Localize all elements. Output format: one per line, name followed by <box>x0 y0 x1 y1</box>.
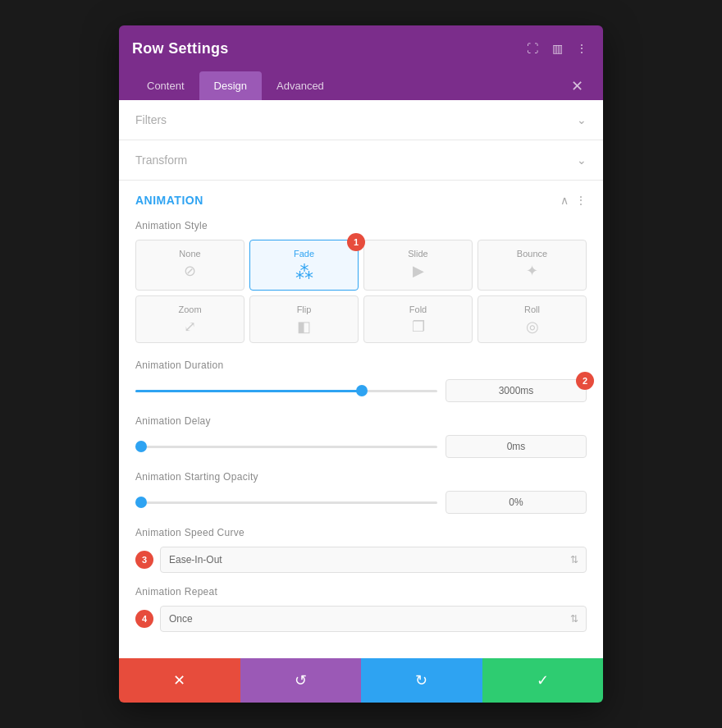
animation-header: Animation ∧ ⋮ <box>135 194 587 207</box>
more-icon[interactable]: ⋮ <box>573 40 590 57</box>
style-bounce-label: Bounce <box>517 249 547 259</box>
header-icons: ⛶ ▥ ⋮ <box>524 40 590 57</box>
animation-collapse-icon[interactable]: ∧ <box>560 194 569 207</box>
style-none[interactable]: None ⊘ <box>135 240 244 291</box>
repeat-label: Animation Repeat <box>135 586 587 598</box>
opacity-field: Animation Starting Opacity <box>135 471 587 514</box>
style-none-label: None <box>179 249 200 259</box>
maximize-icon[interactable]: ⛶ <box>524 40 541 57</box>
delay-value-box <box>446 435 587 458</box>
repeat-field: Animation Repeat 4 Once Loop Loop Back-a… <box>135 586 587 632</box>
opacity-label: Animation Starting Opacity <box>135 471 587 483</box>
tab-content[interactable]: Content <box>132 71 199 100</box>
reset-button[interactable]: ↺ <box>240 658 362 703</box>
style-slide-label: Slide <box>408 249 427 259</box>
animation-title: Animation <box>135 194 203 207</box>
tab-advanced[interactable]: Advanced <box>262 71 339 100</box>
transform-chevron-icon: ⌄ <box>577 153 587 167</box>
tabs-bar: Content Design Advanced ✕ <box>119 71 603 100</box>
delay-slider[interactable] <box>135 438 437 455</box>
filters-section[interactable]: Filters ⌄ <box>119 100 603 140</box>
style-zoom-icon: ⤢ <box>184 318 196 336</box>
close-panel-icon[interactable]: ✕ <box>564 74 590 98</box>
style-roll-label: Roll <box>524 304 540 314</box>
columns-icon[interactable]: ▥ <box>549 40 565 57</box>
duration-label: Animation Duration <box>135 359 587 371</box>
duration-field: Animation Duration 2 <box>135 359 587 402</box>
repeat-select[interactable]: Once Loop Loop Back-and-Forth <box>160 606 587 632</box>
repeat-badge: 4 <box>135 610 153 628</box>
filters-chevron-icon: ⌄ <box>577 113 587 126</box>
action-bar: ✕ ↺ ↻ ✓ <box>119 658 603 703</box>
style-bounce[interactable]: Bounce ✦ <box>478 240 587 291</box>
style-roll-icon: ◎ <box>526 318 539 336</box>
speed-curve-select[interactable]: Ease-In-Out Linear Ease-In Ease-Out Boun… <box>160 547 587 573</box>
delay-slider-row <box>135 435 587 458</box>
opacity-slider-row <box>135 491 587 514</box>
duration-slider[interactable] <box>135 382 437 399</box>
style-slide-icon: ▶ <box>413 262 424 280</box>
style-fade-label: Fade <box>294 249 314 259</box>
style-fade[interactable]: 1 Fade ⁂ <box>249 240 359 291</box>
transform-label: Transform <box>135 153 187 167</box>
panel-title: Row Settings <box>132 40 229 57</box>
delay-field: Animation Delay <box>135 415 587 458</box>
animation-style-grid: None ⊘ 1 Fade ⁂ Slide ▶ Bounce ✦ <box>135 240 587 343</box>
opacity-value-box <box>446 491 587 514</box>
duration-input[interactable] <box>446 379 587 402</box>
style-slide[interactable]: Slide ▶ <box>363 240 473 291</box>
delay-input[interactable] <box>446 435 587 458</box>
animation-section: Animation ∧ ⋮ Animation Style None ⊘ 1 <box>119 181 603 658</box>
animation-header-icons: ∧ ⋮ <box>560 194 587 207</box>
style-zoom-label: Zoom <box>178 304 201 314</box>
opacity-input[interactable] <box>446 491 587 514</box>
style-zoom[interactable]: Zoom ⤢ <box>135 295 244 343</box>
style-none-icon: ⊘ <box>184 262 196 280</box>
style-badge: 1 <box>347 233 365 251</box>
speed-curve-label: Animation Speed Curve <box>135 527 587 538</box>
speed-curve-badge: 3 <box>135 551 153 569</box>
style-flip-icon: ◧ <box>297 318 311 336</box>
style-fold-icon: ❐ <box>412 318 425 336</box>
tab-design[interactable]: Design <box>199 71 262 100</box>
redo-button[interactable]: ↻ <box>361 658 482 703</box>
style-bounce-icon: ✦ <box>526 262 538 280</box>
style-fold[interactable]: Fold ❐ <box>363 295 473 343</box>
repeat-row: 4 Once Loop Loop Back-and-Forth ⇅ <box>135 606 587 632</box>
transform-section[interactable]: Transform ⌄ <box>119 140 603 181</box>
panel-content: Filters ⌄ Transform ⌄ Animation ∧ ⋮ Anim… <box>119 100 603 658</box>
speed-curve-row: 3 Ease-In-Out Linear Ease-In Ease-Out Bo… <box>135 547 587 573</box>
save-button[interactable]: ✓ <box>482 658 604 703</box>
style-field-label: Animation Style <box>135 220 587 231</box>
opacity-slider[interactable] <box>135 494 437 511</box>
panel-header: Row Settings ⛶ ▥ ⋮ <box>119 25 603 71</box>
style-roll[interactable]: Roll ◎ <box>478 295 587 343</box>
duration-slider-row: 2 <box>135 379 587 402</box>
style-fade-icon: ⁂ <box>295 262 313 283</box>
style-flip[interactable]: Flip ◧ <box>249 295 359 343</box>
duration-badge: 2 <box>576 372 594 390</box>
cancel-button[interactable]: ✕ <box>119 658 240 703</box>
duration-value-box: 2 <box>446 379 587 402</box>
speed-curve-field: Animation Speed Curve 3 Ease-In-Out Line… <box>135 527 587 573</box>
style-flip-label: Flip <box>297 304 312 314</box>
delay-label: Animation Delay <box>135 415 587 427</box>
style-fold-label: Fold <box>409 304 427 314</box>
filters-label: Filters <box>135 113 167 126</box>
animation-more-icon[interactable]: ⋮ <box>575 194 587 207</box>
row-settings-panel: Row Settings ⛶ ▥ ⋮ Content Design Advanc… <box>119 25 603 703</box>
